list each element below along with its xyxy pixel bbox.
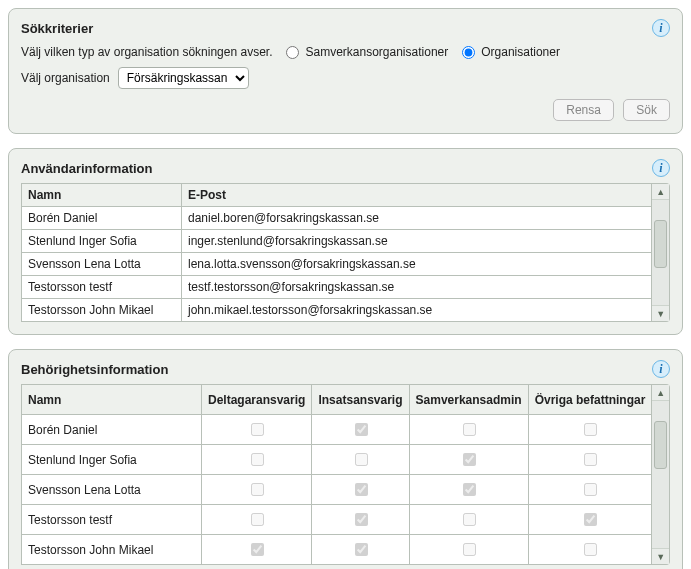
- cell-insatsansvarig: [312, 445, 409, 475]
- organisation-select[interactable]: Försäkringskassan: [118, 67, 249, 89]
- table-row[interactable]: Testorsson testf: [22, 505, 652, 535]
- deltagaransvarig-checkbox[interactable]: [251, 513, 264, 526]
- table-row[interactable]: Stenlund Inger Sofia: [22, 445, 652, 475]
- ovriga-checkbox[interactable]: [584, 513, 597, 526]
- permissions-title: Behörighetsinformation: [21, 362, 168, 377]
- col-name: Namn: [22, 184, 182, 207]
- search-criteria-panel: Sökkriterier i Välj vilken typ av organi…: [8, 8, 683, 134]
- samverkansadmin-checkbox[interactable]: [463, 543, 476, 556]
- deltagaransvarig-checkbox[interactable]: [251, 543, 264, 556]
- deltagaransvarig-checkbox[interactable]: [251, 483, 264, 496]
- cell-deltagaransvarig: [202, 475, 312, 505]
- samverkansadmin-checkbox[interactable]: [463, 513, 476, 526]
- radio-samverkan-label: Samverkansorganisationer: [305, 45, 448, 59]
- col-samverkansadmin: Samverkansadmin: [409, 385, 528, 415]
- cell-name: Testorsson John Mikael: [22, 299, 182, 322]
- table-row[interactable]: Stenlund Inger Sofiainger.stenlund@forsa…: [22, 230, 652, 253]
- cell-name: Testorsson testf: [22, 276, 182, 299]
- scroll-down-icon[interactable]: ▼: [652, 305, 669, 321]
- samverkansadmin-checkbox[interactable]: [463, 423, 476, 436]
- ovriga-checkbox[interactable]: [584, 423, 597, 436]
- cell-email: lena.lotta.svensson@forsakringskassan.se: [182, 253, 652, 276]
- table-row[interactable]: Svensson Lena Lottalena.lotta.svensson@f…: [22, 253, 652, 276]
- cell-samverkansadmin: [409, 505, 528, 535]
- deltagaransvarig-checkbox[interactable]: [251, 453, 264, 466]
- scroll-up-icon[interactable]: ▲: [652, 385, 669, 401]
- table-row[interactable]: Testorsson John Mikaeljohn.mikael.testor…: [22, 299, 652, 322]
- cell-samverkansadmin: [409, 535, 528, 565]
- table-row[interactable]: Borén Danieldaniel.boren@forsakringskass…: [22, 207, 652, 230]
- cell-name: Stenlund Inger Sofia: [22, 230, 182, 253]
- cell-ovriga: [528, 475, 652, 505]
- col-ovriga: Övriga befattningar: [528, 385, 652, 415]
- cell-insatsansvarig: [312, 475, 409, 505]
- ovriga-checkbox[interactable]: [584, 543, 597, 556]
- radio-organisationer-label: Organisationer: [481, 45, 560, 59]
- info-icon[interactable]: i: [652, 159, 670, 177]
- cell-insatsansvarig: [312, 415, 409, 445]
- col-name: Namn: [22, 385, 202, 415]
- cell-ovriga: [528, 445, 652, 475]
- user-info-panel: Användarinformation i Namn E-Post Borén …: [8, 148, 683, 335]
- col-insatsansvarig: Insatsansvarig: [312, 385, 409, 415]
- cell-name: Testorsson John Mikael: [22, 535, 202, 565]
- table-row[interactable]: Svensson Lena Lotta: [22, 475, 652, 505]
- user-info-title: Användarinformation: [21, 161, 152, 176]
- scroll-thumb[interactable]: [654, 421, 667, 469]
- insatsansvarig-checkbox[interactable]: [355, 453, 368, 466]
- samverkansadmin-checkbox[interactable]: [463, 453, 476, 466]
- radio-organisationer-input[interactable]: [462, 46, 475, 59]
- radio-organisationer[interactable]: Organisationer: [462, 45, 560, 59]
- insatsansvarig-checkbox[interactable]: [355, 483, 368, 496]
- radio-samverkan[interactable]: Samverkansorganisationer: [286, 45, 448, 59]
- deltagaransvarig-checkbox[interactable]: [251, 423, 264, 436]
- table-row[interactable]: Testorsson testftestf.testorsson@forsakr…: [22, 276, 652, 299]
- cell-samverkansadmin: [409, 475, 528, 505]
- user-info-table: Namn E-Post Borén Danieldaniel.boren@for…: [21, 183, 652, 322]
- cell-deltagaransvarig: [202, 415, 312, 445]
- cell-name: Svensson Lena Lotta: [22, 253, 182, 276]
- ovriga-checkbox[interactable]: [584, 483, 597, 496]
- scroll-down-icon[interactable]: ▼: [652, 548, 669, 564]
- table-row[interactable]: Borén Daniel: [22, 415, 652, 445]
- cell-samverkansadmin: [409, 415, 528, 445]
- col-deltagaransvarig: Deltagaransvarig: [202, 385, 312, 415]
- cell-deltagaransvarig: [202, 505, 312, 535]
- clear-button[interactable]: Rensa: [553, 99, 614, 121]
- cell-name: Testorsson testf: [22, 505, 202, 535]
- permissions-table-scrollbar[interactable]: ▲ ▼: [652, 384, 670, 565]
- org-select-label: Välj organisation: [21, 71, 110, 85]
- ovriga-checkbox[interactable]: [584, 453, 597, 466]
- cell-name: Svensson Lena Lotta: [22, 475, 202, 505]
- cell-insatsansvarig: [312, 505, 409, 535]
- insatsansvarig-checkbox[interactable]: [355, 513, 368, 526]
- cell-email: john.mikael.testorsson@forsakringskassan…: [182, 299, 652, 322]
- permissions-table: Namn Deltagaransvarig Insatsansvarig Sam…: [21, 384, 652, 565]
- info-icon[interactable]: i: [652, 360, 670, 378]
- cell-name: Borén Daniel: [22, 207, 182, 230]
- info-icon[interactable]: i: [652, 19, 670, 37]
- permissions-panel: Behörighetsinformation i Namn Deltagaran…: [8, 349, 683, 569]
- cell-email: inger.stenlund@forsakringskassan.se: [182, 230, 652, 253]
- cell-insatsansvarig: [312, 535, 409, 565]
- col-email: E-Post: [182, 184, 652, 207]
- scroll-up-icon[interactable]: ▲: [652, 184, 669, 200]
- radio-samverkan-input[interactable]: [286, 46, 299, 59]
- cell-deltagaransvarig: [202, 445, 312, 475]
- cell-email: testf.testorsson@forsakringskassan.se: [182, 276, 652, 299]
- insatsansvarig-checkbox[interactable]: [355, 543, 368, 556]
- samverkansadmin-checkbox[interactable]: [463, 483, 476, 496]
- search-criteria-title: Sökkriterier: [21, 21, 93, 36]
- table-row[interactable]: Testorsson John Mikael: [22, 535, 652, 565]
- cell-ovriga: [528, 505, 652, 535]
- cell-ovriga: [528, 535, 652, 565]
- search-button[interactable]: Sök: [623, 99, 670, 121]
- insatsansvarig-checkbox[interactable]: [355, 423, 368, 436]
- org-type-label: Välj vilken typ av organisation sökninge…: [21, 45, 272, 59]
- cell-samverkansadmin: [409, 445, 528, 475]
- cell-deltagaransvarig: [202, 535, 312, 565]
- scroll-thumb[interactable]: [654, 220, 667, 268]
- user-table-scrollbar[interactable]: ▲ ▼: [652, 183, 670, 322]
- cell-name: Borén Daniel: [22, 415, 202, 445]
- cell-ovriga: [528, 415, 652, 445]
